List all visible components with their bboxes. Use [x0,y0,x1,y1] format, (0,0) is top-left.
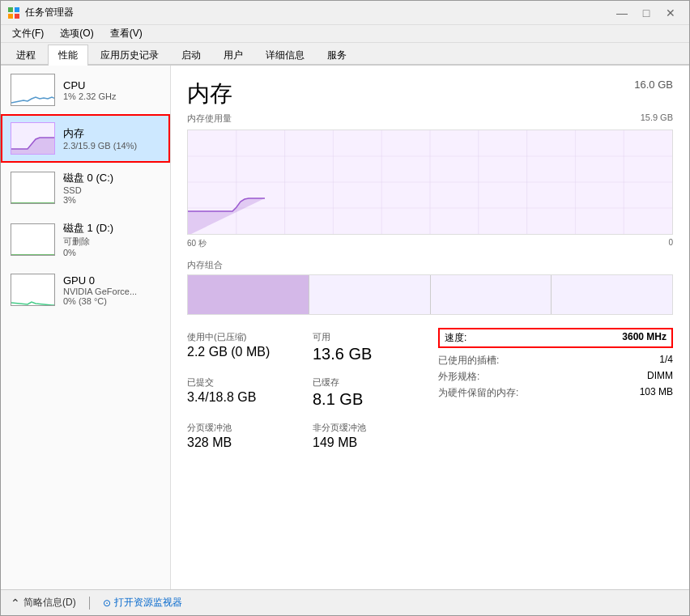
gpu-label: GPU 0 [63,274,160,287]
in-use-value: 2.2 GB (0 MB) [187,345,296,359]
memory-mini-chart [11,122,55,155]
memory-detail: 2.3/15.9 GB (14%) [63,141,160,151]
memory-info: 内存 2.3/15.9 GB (14%) [63,126,160,151]
disk0-info: 磁盘 0 (C:) SSD 3% [63,171,160,205]
stat-available: 可用 13.6 GB [313,328,422,367]
chevron-up-icon: ⌃ [11,597,20,610]
main-header: 内存 16.0 GB [187,79,673,109]
toggle-label: 简略信息(D) [23,596,76,610]
menu-options[interactable]: 选项(O) [53,25,100,42]
chart-labels: 60 秒 0 [187,238,673,249]
stat-cached: 已缓存 8.1 GB [313,373,422,412]
speed-row: 速度: 3600 MHz [438,328,673,348]
tab-users[interactable]: 用户 [213,45,253,66]
close-button[interactable]: ✕ [658,5,683,21]
cached-label: 已缓存 [313,376,422,389]
maximize-button[interactable]: □ [634,5,658,21]
title-bar: 任务管理器 — □ ✕ [1,1,689,25]
stat-paged-pool: 分页缓冲池 328 MB [187,418,296,453]
gpu-detail2: 0% (38 °C) [63,296,160,306]
stat-in-use: 使用中(已压缩) 2.2 GB (0 MB) [187,328,296,367]
content-area: CPU 1% 2.32 GHz 内存 2.3/15.9 GB (14%) [1,66,689,589]
sidebar-item-gpu[interactable]: GPU 0 NVIDIA GeForce... 0% (38 °C) [1,266,170,314]
stats-right: 速度: 3600 MHz 已使用的插槽: 1/4 外形规格: DIMM 为硬件保… [438,328,673,453]
memory-label: 内存 [63,126,160,141]
monitor-label: 打开资源监视器 [114,596,182,610]
window-title: 任务管理器 [25,6,74,19]
chart-time-right: 0 [668,238,673,249]
mem-slot-2 [309,275,431,314]
sidebar-item-memory[interactable]: 内存 2.3/15.9 GB (14%) [1,114,170,163]
usage-label: 内存使用量 [187,113,232,125]
mem-slot-1 [188,275,309,314]
disk0-label: 磁盘 0 (C:) [63,171,160,185]
svg-rect-2 [8,14,13,19]
paged-pool-value: 328 MB [187,435,296,450]
svg-rect-0 [8,7,13,12]
tab-details[interactable]: 详细信息 [255,45,315,66]
cpu-label: CPU [63,79,160,91]
tab-services[interactable]: 服务 [317,45,357,66]
menu-bar: 文件(F) 选项(O) 查看(V) [1,25,689,43]
form-value: DIMM [647,370,673,384]
sidebar-item-disk0[interactable]: 磁盘 0 (C:) SSD 3% [1,163,170,213]
stats-section: 使用中(已压缩) 2.2 GB (0 MB) 可用 13.6 GB 已提交 3.… [187,328,673,453]
disk1-label: 磁盘 1 (D:) [63,221,160,236]
combo-label: 内存组合 [187,259,673,271]
tab-process[interactable]: 进程 [6,45,46,66]
reserved-label: 为硬件保留的内存: [438,386,518,400]
chart-time-left: 60 秒 [187,238,207,249]
gpu-detail1: NVIDIA GeForce... [63,287,160,296]
sidebar-item-cpu[interactable]: CPU 1% 2.32 GHz [1,66,170,114]
disk1-info: 磁盘 1 (D:) 可删除 0% [63,221,160,257]
reserved-row: 为硬件保留的内存: 103 MB [438,386,673,400]
gpu-info: GPU 0 NVIDIA GeForce... 0% (38 °C) [63,274,160,306]
tab-bar: 进程 性能 应用历史记录 启动 用户 详细信息 服务 [1,43,689,66]
cpu-info: CPU 1% 2.32 GHz [63,79,160,101]
cpu-mini-chart [11,74,55,106]
stats-left: 使用中(已压缩) 2.2 GB (0 MB) 可用 13.6 GB 已提交 3.… [187,328,422,453]
svg-marker-4 [11,138,55,155]
committed-label: 已提交 [187,376,296,389]
tab-performance[interactable]: 性能 [48,45,88,66]
svg-rect-1 [15,7,19,12]
stat-committed: 已提交 3.4/18.8 GB [187,373,296,412]
bottom-bar: ⌃ 简略信息(D) ⊙ 打开资源监视器 [1,589,689,615]
memory-slots [187,274,673,315]
disk0-detail1: SSD [63,185,160,195]
minimize-button[interactable]: — [610,5,634,21]
disk1-detail2: 0% [63,248,160,257]
svg-rect-3 [15,14,19,19]
disk0-mini-chart [11,172,55,204]
mem-slot-4 [552,275,672,314]
title-bar-left: 任务管理器 [7,6,74,19]
menu-file[interactable]: 文件(F) [6,25,50,42]
tab-startup[interactable]: 启动 [171,45,211,66]
app-icon [7,6,20,19]
slots-row: 已使用的插槽: 1/4 [438,354,673,367]
disk0-detail2: 3% [63,195,160,205]
menu-view[interactable]: 查看(V) [104,25,149,42]
main-total: 16.0 GB [634,79,673,91]
toggle-summary[interactable]: ⌃ 简略信息(D) [11,596,76,610]
in-use-label: 使用中(已压缩) [187,331,296,343]
mem-slot-3 [431,275,552,314]
paged-pool-label: 分页缓冲池 [187,422,296,434]
speed-label: 速度: [445,331,466,345]
non-paged-value: 149 MB [313,435,422,450]
committed-value: 3.4/18.8 GB [187,390,296,405]
tab-app-history[interactable]: 应用历史记录 [90,45,169,66]
available-value: 13.6 GB [313,345,422,363]
form-row: 外形规格: DIMM [438,370,673,384]
form-label: 外形规格: [438,370,479,384]
speed-value: 3600 MHz [622,331,667,345]
main-panel: 内存 16.0 GB 内存使用量 15.9 GB [171,66,689,589]
cpu-detail: 1% 2.32 GHz [63,91,160,101]
main-title: 内存 [187,79,232,109]
stat-non-paged: 非分页缓冲池 149 MB [313,418,422,453]
non-paged-label: 非分页缓冲池 [313,422,422,434]
sidebar-item-disk1[interactable]: 磁盘 1 (D:) 可删除 0% [1,213,170,266]
svg-marker-17 [188,198,265,234]
gpu-mini-chart [11,274,55,306]
open-resource-monitor[interactable]: ⊙ 打开资源监视器 [103,596,182,610]
